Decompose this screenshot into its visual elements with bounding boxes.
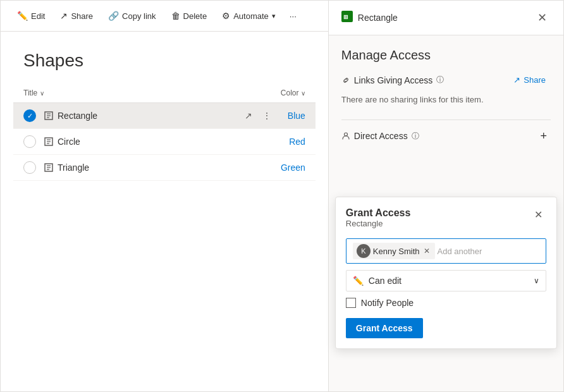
notify-checkbox[interactable]	[346, 298, 356, 308]
automate-chevron-icon: ▾	[272, 12, 276, 20]
automate-label: Automate	[233, 11, 269, 21]
panel-title-row: ⊞ Rectangle	[341, 11, 398, 25]
unchecked-circle-icon	[23, 161, 36, 174]
person-tag: K Kenny Smith ✕	[353, 243, 435, 259]
panel-filename: Rectangle	[358, 13, 398, 23]
svg-text:⊞: ⊞	[343, 14, 348, 20]
row-more-btn[interactable]: ⋮	[260, 109, 274, 122]
title-column-header: Title ∨	[23, 89, 44, 97]
no-links-text: There are no sharing links for this item…	[341, 92, 551, 109]
person-name: Kenny Smith	[373, 247, 420, 256]
delete-label: Delete	[183, 11, 207, 21]
left-panel: ✏️ Edit ↗ Share 🔗 Copy link 🗑 Delete ⚙ A…	[1, 1, 329, 391]
row-check: ✓	[23, 109, 39, 122]
manage-access-title: Manage Access	[329, 35, 563, 73]
table-row[interactable]: Circle ↗ ⋮ Red	[13, 129, 316, 155]
share-button[interactable]: ↗ Share	[54, 7, 99, 25]
direct-access-title: Direct Access	[354, 131, 408, 141]
row-more-btn[interactable]: ⋮	[260, 161, 274, 174]
modal-close-button[interactable]: ✕	[530, 207, 546, 222]
permission-label: Can edit	[369, 276, 402, 286]
direct-access-info-icon[interactable]: ⓘ	[412, 131, 419, 142]
share-icon: ↗	[513, 75, 520, 85]
people-input-area[interactable]: K Kenny Smith ✕ Add another	[346, 238, 546, 264]
file-icon	[44, 162, 54, 173]
page-title-area: Shapes	[1, 32, 328, 83]
row-color: Blue	[274, 111, 305, 121]
links-share-button[interactable]: ↗ Share	[508, 73, 551, 87]
person-icon	[341, 132, 350, 140]
row-name: Rectangle	[44, 111, 242, 121]
notify-row: Notify People	[346, 298, 546, 308]
row-check	[23, 135, 39, 148]
automate-button[interactable]: ⚙ Automate ▾	[216, 7, 282, 25]
right-panel: ⊞ Rectangle ✕ Manage Access Links Giving…	[329, 1, 563, 391]
row-actions: ↗ ⋮	[242, 109, 274, 122]
panel-header: ⊞ Rectangle ✕	[329, 1, 563, 35]
links-section-header: Links Giving Access ⓘ ↗ Share	[341, 73, 551, 87]
permission-dropdown[interactable]: ✏️ Can edit ∨	[346, 270, 546, 291]
links-section-title-row: Links Giving Access ⓘ	[341, 75, 444, 85]
row-name-text: Rectangle	[58, 111, 97, 121]
links-section: Links Giving Access ⓘ ↗ Share There are …	[329, 73, 563, 119]
list-header: Title ∨ Color ∨	[13, 83, 316, 103]
pencil-icon: ✏️	[353, 276, 364, 286]
row-name: Triangle	[44, 162, 242, 173]
more-button[interactable]: ···	[285, 8, 302, 25]
copy-link-label: Copy link	[122, 11, 156, 21]
row-color: Red	[274, 137, 305, 147]
table-row[interactable]: ✓ Rectangle ↗ ⋮ Blue	[13, 103, 316, 129]
toolbar: ✏️ Edit ↗ Share 🔗 Copy link 🗑 Delete ⚙ A…	[1, 1, 328, 32]
unchecked-circle-icon	[23, 135, 36, 148]
links-info-icon[interactable]: ⓘ	[436, 75, 444, 85]
direct-access-title-row: Direct Access ⓘ	[341, 131, 419, 142]
chevron-down-icon: ∨	[534, 276, 539, 285]
modal-header: Grant Access Rectangle ✕	[346, 207, 546, 236]
file-icon	[44, 137, 54, 147]
add-another-placeholder: Add another	[438, 247, 482, 256]
automate-icon: ⚙	[222, 11, 230, 21]
avatar: K	[357, 244, 371, 258]
share-icon: ↗	[60, 11, 68, 21]
row-name-text: Triangle	[58, 162, 89, 173]
delete-button[interactable]: 🗑 Delete	[165, 7, 214, 25]
color-column-header: Color ∨	[281, 89, 305, 97]
edit-button[interactable]: ✏️ Edit	[11, 7, 51, 25]
direct-access-add-button[interactable]: +	[536, 129, 551, 143]
person-remove-button[interactable]: ✕	[422, 247, 431, 255]
svg-point-14	[344, 133, 347, 136]
more-icon: ···	[290, 11, 297, 21]
permission-dropdown-left: ✏️ Can edit	[353, 276, 402, 286]
grant-access-modal: Grant Access Rectangle ✕ K Kenny Smith ✕…	[335, 197, 557, 349]
table-row[interactable]: Triangle ↗ ⋮ Green	[13, 155, 316, 181]
panel-close-button[interactable]: ✕	[534, 9, 551, 26]
row-color: Green	[274, 162, 305, 173]
row-share-btn[interactable]: ↗	[242, 109, 255, 122]
grant-access-button[interactable]: Grant Access	[346, 318, 423, 338]
row-check	[23, 161, 39, 174]
links-share-label: Share	[524, 75, 546, 85]
avatar-initial: K	[361, 247, 365, 255]
link-chain-icon	[341, 76, 350, 85]
edit-icon: ✏️	[17, 11, 28, 21]
row-more-btn[interactable]: ⋮	[260, 135, 274, 148]
list-area: Title ∨ Color ∨ ✓ Rectangle	[1, 83, 328, 391]
direct-access-section: Direct Access ⓘ +	[329, 120, 563, 158]
row-name: Circle	[44, 137, 242, 147]
row-share-btn[interactable]: ↗	[242, 161, 255, 174]
links-section-title: Links Giving Access	[354, 75, 433, 85]
share-label: Share	[71, 11, 93, 21]
check-circle-icon: ✓	[23, 109, 36, 122]
color-sort-icon: ∨	[301, 90, 305, 97]
direct-access-header: Direct Access ⓘ +	[341, 129, 551, 143]
modal-title: Grant Access	[346, 207, 411, 219]
notify-label: Notify People	[361, 298, 414, 308]
link-icon: 🔗	[108, 11, 119, 21]
excel-file-icon: ⊞	[341, 11, 353, 25]
row-share-btn[interactable]: ↗	[242, 135, 255, 148]
row-name-text: Circle	[58, 137, 80, 147]
copy-link-button[interactable]: 🔗 Copy link	[102, 7, 162, 25]
edit-label: Edit	[31, 11, 45, 21]
file-icon	[44, 111, 54, 121]
modal-title-group: Grant Access Rectangle	[346, 207, 411, 236]
